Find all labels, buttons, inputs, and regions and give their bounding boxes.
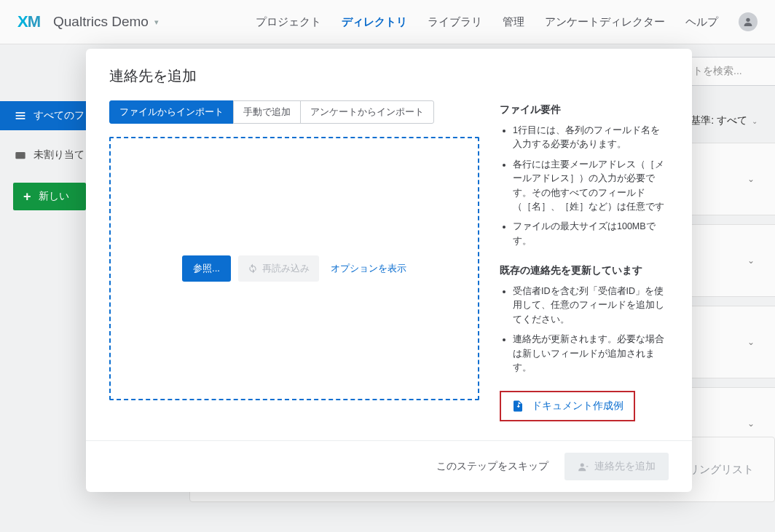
modal-title: 連絡先を追加 [109, 66, 669, 86]
add-button-label: 連絡先を追加 [594, 460, 656, 473]
add-contacts-button: 連絡先を追加 [564, 453, 669, 480]
tab-import-survey[interactable]: アンケートからインポート [300, 100, 434, 124]
modal-header: 連絡先を追加 [86, 49, 692, 100]
req-item: 各行には主要メールアドレス（［メールアドレス］）の入力が必要です。その他すべての… [513, 158, 669, 215]
reload-label: 再読み込み [262, 262, 310, 275]
tab-manual[interactable]: 手動で追加 [233, 100, 301, 124]
update-item: 連絡先が更新されます。必要な場合は新しいフィールドが追加されます。 [513, 333, 669, 375]
browse-button[interactable]: 参照... [182, 255, 231, 282]
tab-import-file[interactable]: ファイルからインポート [109, 100, 234, 124]
req-item: 1行目には、各列のフィールド名を入力する必要があります。 [513, 124, 669, 152]
reload-button: 再読み込み [238, 255, 319, 282]
dropzone-controls: 参照... 再読み込み オプションを表示 [182, 255, 406, 282]
file-req-list: 1行目には、各列のフィールド名を入力する必要があります。 各行には主要メールアド… [500, 124, 669, 248]
doc-link-label: ドキュメント作成例 [532, 400, 623, 413]
req-item: ファイルの最大サイズは100MBです。 [513, 220, 669, 248]
update-item: 受信者IDを含む列「受信者ID」を使用して、任意のフィールドを追加してください。 [513, 285, 669, 327]
show-options-link[interactable]: オプションを表示 [331, 262, 406, 275]
modal-left: ファイルからインポート 手動で追加 アンケートからインポート 参照... 再読み… [109, 100, 479, 421]
download-doc-icon [511, 400, 524, 413]
modal-footer: このステップをスキップ 連絡先を追加 [86, 440, 692, 492]
skip-button[interactable]: このステップをスキップ [436, 460, 548, 473]
update-title: 既存の連絡先を更新しています [500, 264, 669, 277]
example-doc-link[interactable]: ドキュメント作成例 [500, 391, 635, 421]
tabs: ファイルからインポート 手動で追加 アンケートからインポート [109, 100, 479, 124]
modal-right: ファイル要件 1行目には、各列のフィールド名を入力する必要があります。 各行には… [500, 100, 669, 421]
modal-body: ファイルからインポート 手動で追加 アンケートからインポート 参照... 再読み… [86, 100, 692, 440]
add-contact-modal: 連絡先を追加 ファイルからインポート 手動で追加 アンケートからインポート 参照… [86, 49, 692, 492]
update-list: 受信者IDを含む列「受信者ID」を使用して、任意のフィールドを追加してください。… [500, 285, 669, 375]
svg-point-8 [581, 463, 584, 467]
reload-icon [248, 263, 258, 274]
add-user-icon [578, 461, 589, 472]
file-req-title: ファイル要件 [500, 103, 669, 116]
file-dropzone[interactable]: 参照... 再読み込み オプションを表示 [109, 137, 479, 400]
